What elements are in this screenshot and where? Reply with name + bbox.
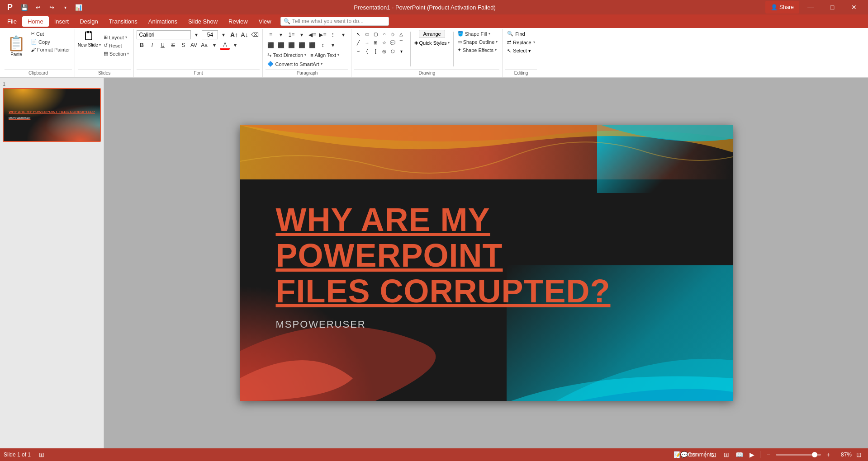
section-button[interactable]: ▤ Section ▾: [102, 50, 131, 57]
columns-dropdown[interactable]: ▾: [338, 30, 348, 39]
columns-button[interactable]: ⫶: [328, 30, 338, 39]
layout-button[interactable]: ⊞ Layout ▾: [102, 33, 131, 41]
reading-view-button[interactable]: 📖: [734, 449, 745, 460]
slide-show-button[interactable]: ▶: [746, 449, 757, 460]
paste-button[interactable]: 📋 Paste: [5, 30, 28, 61]
line-spacing-button[interactable]: ↕: [318, 41, 327, 50]
decrease-indent-button[interactable]: ◀≡: [307, 30, 317, 39]
menu-transitions[interactable]: Transitions: [104, 16, 143, 27]
tell-me-input[interactable]: 🔍 Tell me what you want to do...: [280, 17, 389, 26]
slide-title[interactable]: WHY ARE MY POWERPOINT FILES CORRUPTED?: [276, 202, 697, 310]
select-button[interactable]: ↖ Select ▾: [505, 47, 536, 55]
maximize-button[interactable]: □: [822, 1, 843, 14]
align-text-button[interactable]: ≡ Align Text ▾: [308, 52, 341, 59]
bullets-button[interactable]: ≡: [266, 30, 275, 39]
menu-home[interactable]: Home: [22, 16, 49, 27]
font-size-dropdown[interactable]: ▾: [218, 30, 228, 39]
slide-thumbnail[interactable]: WHY ARE MY POWERPOINT FILES CORRUPTED? M…: [3, 88, 101, 142]
align-right-button[interactable]: ⬛: [286, 41, 296, 50]
text-direction-button[interactable]: ⇆ Text Direction ▾: [266, 51, 308, 59]
clear-formatting-button[interactable]: ⌫: [250, 30, 260, 39]
align-center-button[interactable]: ⬛: [276, 41, 286, 50]
numbering-button[interactable]: 1≡: [286, 30, 296, 39]
align-justify-button[interactable]: ⬛: [307, 41, 317, 50]
convert-smartart-button[interactable]: 🔷 Convert to SmartArt ▾: [266, 60, 324, 68]
shape-brace[interactable]: {: [363, 47, 371, 55]
increase-indent-button[interactable]: ▶≡: [318, 30, 327, 39]
font-color-dropdown[interactable]: ▾: [230, 41, 240, 50]
normal-view-button[interactable]: ⊡: [708, 449, 719, 460]
zoom-out-button[interactable]: −: [763, 449, 774, 460]
shape-extra1[interactable]: ◎: [380, 47, 388, 55]
reset-button[interactable]: ↺ Reset: [102, 42, 131, 49]
slide-content[interactable]: WHY ARE MY POWERPOINT FILES CORRUPTED? M…: [276, 202, 697, 330]
font-color-button[interactable]: A: [220, 41, 230, 50]
shape-fill-button[interactable]: 🪣 Shape Fill ▾: [455, 30, 500, 38]
font-case-button[interactable]: Aa: [199, 41, 209, 50]
save-button[interactable]: 💾: [19, 2, 30, 13]
fit-slide-button[interactable]: ⊡: [854, 449, 864, 460]
menu-animations[interactable]: Animations: [143, 16, 183, 27]
canvas-area[interactable]: WHY ARE MY POWERPOINT FILES CORRUPTED? M…: [104, 78, 868, 448]
align-left-button[interactable]: ⬛: [266, 41, 275, 50]
shape-oval[interactable]: ○: [380, 30, 388, 38]
menu-design[interactable]: Design: [74, 16, 103, 27]
shape-effects-button[interactable]: ✦ Shape Effects ▾: [455, 46, 500, 54]
customize-quick-access-button[interactable]: ▾: [60, 2, 71, 13]
shape-triangle[interactable]: △: [397, 30, 405, 38]
italic-button[interactable]: I: [147, 41, 157, 50]
font-size-input[interactable]: [202, 30, 218, 39]
undo-button[interactable]: ↩: [33, 2, 43, 13]
font-name-input[interactable]: [137, 30, 191, 39]
find-button[interactable]: 🔍 Find: [505, 30, 536, 38]
minimize-button[interactable]: —: [800, 1, 821, 14]
menu-insert[interactable]: Insert: [49, 16, 75, 27]
slide-sorter-button[interactable]: ⊞: [721, 449, 732, 460]
shape-star[interactable]: ☆: [380, 38, 388, 47]
char-spacing-button[interactable]: AV: [189, 41, 199, 50]
shape-outline-button[interactable]: ▭ Shape Outline ▾: [455, 38, 500, 46]
shapes-dropdown[interactable]: ▾: [397, 47, 405, 55]
shape-line[interactable]: ╱: [354, 38, 362, 47]
underline-button[interactable]: U: [157, 41, 167, 50]
new-slide-button[interactable]: 🗒 New Slide ▾: [78, 30, 101, 47]
shape-rectangle[interactable]: ▭: [363, 30, 371, 38]
shape-extra2[interactable]: ⬡: [389, 47, 397, 55]
arrange-button[interactable]: Arrange: [419, 30, 445, 38]
shadow-button[interactable]: S: [178, 41, 188, 50]
format-painter-button[interactable]: 🖌 Format Painter: [29, 46, 72, 53]
bullets-dropdown[interactable]: ▾: [276, 30, 286, 39]
shape-diamond[interactable]: ◇: [389, 30, 397, 38]
zoom-thumb[interactable]: [812, 452, 817, 457]
menu-view[interactable]: View: [253, 16, 277, 27]
slide-panel-toggle[interactable]: ⊞: [36, 449, 47, 460]
shape-arrow[interactable]: →: [363, 38, 371, 47]
cut-button[interactable]: ✂ Cut: [29, 30, 72, 38]
zoom-slider[interactable]: [776, 454, 821, 456]
slide[interactable]: WHY ARE MY POWERPOINT FILES CORRUPTED? M…: [240, 125, 733, 401]
presentation-view-button[interactable]: 📊: [73, 2, 84, 13]
shape-rounded-rect[interactable]: ▢: [371, 30, 379, 38]
replace-button[interactable]: ⇄ Replace ▾: [505, 38, 536, 46]
line-spacing-dropdown[interactable]: ▾: [328, 41, 338, 50]
share-button[interactable]: 👤 Share: [765, 1, 799, 14]
decrease-font-size-button[interactable]: A↓: [239, 30, 249, 39]
shape-arc[interactable]: ⌣: [354, 47, 362, 55]
font-case-dropdown[interactable]: ▾: [209, 41, 219, 50]
copy-button[interactable]: 📄 Copy: [29, 38, 72, 46]
redo-button[interactable]: ↪: [46, 2, 57, 13]
shape-select-arrow[interactable]: ↖: [354, 30, 362, 38]
menu-file[interactable]: File: [2, 16, 22, 27]
comments-button[interactable]: 💬 Comments: [692, 449, 702, 460]
strikethrough-button[interactable]: S: [168, 41, 178, 50]
zoom-in-button[interactable]: +: [823, 449, 834, 460]
shape-connector[interactable]: ⌒: [397, 38, 405, 47]
shape-callout[interactable]: 💬: [389, 38, 397, 47]
menu-slideshow[interactable]: Slide Show: [183, 16, 223, 27]
menu-review[interactable]: Review: [223, 16, 253, 27]
increase-font-size-button[interactable]: A↑: [229, 30, 239, 39]
shape-more[interactable]: ⊞: [371, 38, 379, 47]
close-button[interactable]: ✕: [844, 1, 864, 14]
numbering-dropdown[interactable]: ▾: [297, 30, 307, 39]
shape-bracket[interactable]: [: [371, 47, 379, 55]
